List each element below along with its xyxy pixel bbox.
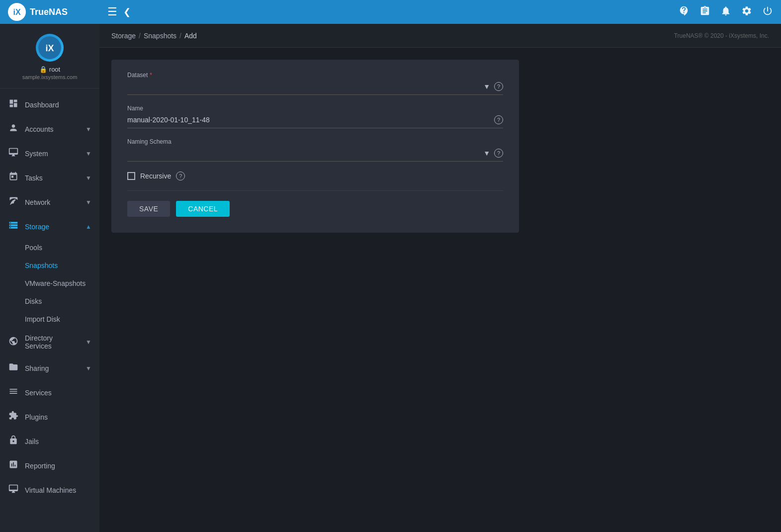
power-icon[interactable] bbox=[762, 5, 773, 19]
naming-schema-dropdown-arrow[interactable]: ▼ bbox=[483, 149, 490, 157]
clipboard-icon[interactable] bbox=[699, 5, 710, 19]
dashboard-icon bbox=[8, 98, 19, 111]
sidebar-item-services[interactable]: Services bbox=[0, 380, 99, 405]
sidebar-item-directory-services[interactable]: Directory Services ▼ bbox=[0, 328, 99, 356]
breadcrumb-storage[interactable]: Storage bbox=[111, 32, 136, 40]
back-icon[interactable]: ❮ bbox=[123, 6, 131, 17]
system-icon bbox=[8, 147, 19, 160]
sidebar-item-network[interactable]: Network ▼ bbox=[0, 190, 99, 214]
sidebar-item-sharing[interactable]: Sharing ▼ bbox=[0, 356, 99, 380]
virtual-machines-icon bbox=[8, 484, 19, 496]
import-disk-label: Import Disk bbox=[25, 315, 60, 323]
dataset-field: Dataset * ▼ ? bbox=[127, 72, 503, 95]
app-logo: iX TrueNAS bbox=[8, 3, 107, 21]
avatar: iX bbox=[36, 34, 64, 62]
sidebar: iX 🔒 root sample.ixsystems.com Dashboard bbox=[0, 24, 99, 532]
name-help-icon[interactable]: ? bbox=[494, 115, 503, 124]
vmware-snapshots-label: VMware-Snapshots bbox=[25, 279, 86, 287]
naming-schema-input[interactable] bbox=[127, 147, 479, 159]
chevron-down-icon: ▼ bbox=[86, 150, 91, 157]
jails-icon bbox=[8, 435, 19, 447]
name-field: Name ? bbox=[127, 105, 503, 128]
naming-schema-help-icon[interactable]: ? bbox=[494, 149, 503, 158]
sidebar-item-label: Accounts bbox=[25, 125, 80, 133]
dataset-input-row: ▼ ? bbox=[127, 81, 503, 95]
sidebar-username: 🔒 root bbox=[39, 66, 60, 73]
dataset-label: Dataset * bbox=[127, 72, 503, 79]
plugins-icon bbox=[8, 411, 19, 423]
sidebar-nav: Dashboard Accounts ▼ System ▼ bbox=[0, 89, 99, 532]
sharing-icon bbox=[8, 362, 19, 374]
sidebar-item-vmware-snapshots[interactable]: VMware-Snapshots bbox=[0, 274, 99, 292]
main-layout: iX 🔒 root sample.ixsystems.com Dashboard bbox=[0, 24, 781, 532]
feedback-icon[interactable] bbox=[679, 5, 690, 19]
dataset-input[interactable] bbox=[127, 81, 479, 92]
name-label: Name bbox=[127, 105, 503, 112]
sidebar-item-label: Reporting bbox=[25, 462, 91, 470]
sidebar-item-snapshots[interactable]: Snapshots bbox=[0, 257, 99, 274]
sidebar-item-label: Virtual Machines bbox=[25, 486, 91, 494]
sidebar-item-reporting[interactable]: Reporting bbox=[0, 453, 99, 478]
naming-schema-label: Naming Schema bbox=[127, 138, 503, 145]
sidebar-user: iX 🔒 root sample.ixsystems.com bbox=[0, 24, 99, 89]
hamburger-icon[interactable]: ☰ bbox=[107, 5, 117, 18]
sidebar-item-plugins[interactable]: Plugins bbox=[0, 405, 99, 429]
sidebar-item-pools[interactable]: Pools bbox=[0, 239, 99, 257]
chevron-down-icon: ▼ bbox=[86, 126, 91, 133]
sidebar-item-label: System bbox=[25, 150, 80, 158]
form-divider bbox=[127, 190, 503, 191]
content-area: Storage / Snapshots / Add TrueNAS® © 202… bbox=[99, 24, 781, 532]
sidebar-item-system[interactable]: System ▼ bbox=[0, 141, 99, 166]
directory-services-icon bbox=[8, 336, 19, 349]
sidebar-hostname: sample.ixsystems.com bbox=[22, 74, 78, 80]
sidebar-item-label: Storage bbox=[25, 223, 80, 231]
name-input-row: ? bbox=[127, 114, 503, 128]
pools-label: Pools bbox=[25, 244, 42, 252]
sidebar-item-label: Network bbox=[25, 198, 80, 206]
breadcrumb-bar: Storage / Snapshots / Add TrueNAS® © 202… bbox=[99, 24, 781, 48]
recursive-checkbox[interactable] bbox=[127, 172, 135, 180]
sidebar-item-virtual-machines[interactable]: Virtual Machines bbox=[0, 478, 99, 502]
sidebar-item-jails[interactable]: Jails bbox=[0, 429, 99, 453]
dataset-dropdown-arrow[interactable]: ▼ bbox=[483, 83, 490, 90]
storage-icon bbox=[8, 220, 19, 233]
breadcrumb-snapshots[interactable]: Snapshots bbox=[144, 32, 176, 40]
chevron-up-icon: ▲ bbox=[86, 223, 91, 230]
chevron-down-icon: ▼ bbox=[86, 339, 91, 346]
breadcrumb: Storage / Snapshots / Add bbox=[111, 32, 197, 40]
chevron-down-icon: ▼ bbox=[86, 175, 91, 181]
recursive-help-icon[interactable]: ? bbox=[176, 172, 185, 180]
chevron-down-icon: ▼ bbox=[86, 199, 91, 206]
sidebar-item-label: Tasks bbox=[25, 174, 80, 182]
breadcrumb-add: Add bbox=[184, 32, 197, 40]
sidebar-item-tasks[interactable]: Tasks ▼ bbox=[0, 166, 99, 190]
sidebar-item-import-disk[interactable]: Import Disk bbox=[0, 310, 99, 328]
sidebar-item-accounts[interactable]: Accounts ▼ bbox=[0, 117, 99, 141]
naming-schema-field: Naming Schema ▼ ? bbox=[127, 138, 503, 162]
sidebar-item-disks[interactable]: Disks bbox=[0, 292, 99, 310]
settings-icon[interactable] bbox=[741, 5, 752, 19]
form-container: Dataset * ▼ ? Name ? bbox=[99, 48, 781, 245]
topbar-menu-toggle[interactable]: ☰ ❮ bbox=[107, 5, 131, 18]
name-input[interactable] bbox=[127, 114, 490, 126]
recursive-row: Recursive ? bbox=[127, 172, 503, 180]
copyright: TrueNAS® © 2020 - iXsystems, Inc. bbox=[674, 32, 769, 39]
notifications-icon[interactable] bbox=[720, 5, 731, 19]
chevron-down-icon: ▼ bbox=[86, 365, 91, 372]
sidebar-item-storage[interactable]: Storage ▲ bbox=[0, 214, 99, 239]
required-indicator: * bbox=[150, 72, 152, 79]
dataset-help-icon[interactable]: ? bbox=[494, 82, 503, 91]
sidebar-item-label: Services bbox=[25, 389, 91, 397]
cancel-button[interactable]: CANCEL bbox=[176, 201, 230, 217]
sidebar-item-label: Directory Services bbox=[25, 334, 80, 350]
truenas-logo-icon: iX bbox=[8, 3, 26, 21]
save-button[interactable]: SAVE bbox=[127, 201, 170, 217]
svg-text:iX: iX bbox=[13, 8, 20, 16]
sidebar-item-dashboard[interactable]: Dashboard bbox=[0, 92, 99, 117]
form-card: Dataset * ▼ ? Name ? bbox=[111, 60, 519, 233]
topbar-icons bbox=[679, 5, 773, 19]
sidebar-item-label: Plugins bbox=[25, 413, 91, 421]
sidebar-item-label: Jails bbox=[25, 438, 91, 445]
snapshots-label: Snapshots bbox=[25, 262, 58, 269]
services-icon bbox=[8, 386, 19, 399]
